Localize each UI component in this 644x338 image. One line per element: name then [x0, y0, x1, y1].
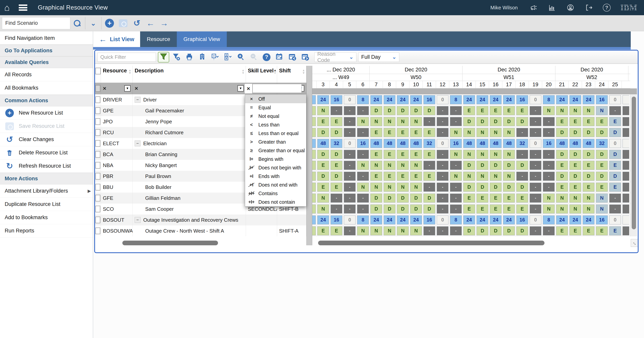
splitter-handle[interactable] — [306, 66, 312, 245]
schedule-cell[interactable]: - — [344, 172, 356, 181]
schedule-cell[interactable]: 48 — [410, 139, 422, 148]
row-checkbox[interactable] — [96, 118, 100, 125]
quick-filter-input[interactable] — [98, 53, 156, 62]
schedule-cell[interactable]: D — [490, 117, 502, 126]
schedule-cell[interactable]: - — [543, 117, 554, 126]
schedule-cell[interactable]: N — [476, 128, 488, 137]
schedule-cell[interactable]: 24 — [476, 95, 488, 104]
collapse-rows-button[interactable] — [210, 52, 221, 62]
schedule-cell[interactable]: N — [596, 194, 608, 202]
schedule-cell[interactable]: D — [516, 161, 528, 170]
schedule-cell[interactable]: 16 — [543, 139, 554, 148]
schedule-cell[interactable]: D — [556, 150, 568, 159]
schedule-cell[interactable]: D — [583, 128, 594, 137]
schedule-cell[interactable]: - — [424, 226, 435, 235]
schedule-cell[interactable]: D — [463, 226, 475, 235]
schedule-cell[interactable]: - — [450, 106, 462, 115]
schedule-cell[interactable]: - — [450, 226, 462, 235]
schedule-cell[interactable]: 16 — [516, 216, 528, 224]
collapse-group-icon[interactable]: − — [135, 217, 140, 223]
schedule-cell[interactable]: N — [410, 226, 422, 235]
filter-menu-item[interactable]: =Equal — [245, 103, 306, 112]
schedule-cell[interactable]: D — [476, 226, 488, 235]
schedule-cell[interactable]: 48 — [570, 139, 581, 148]
schedule-cell[interactable]: - — [344, 117, 356, 126]
sidebar-section-header[interactable]: More Actions — [0, 173, 93, 184]
schedule-horizontal-scrollbar[interactable] — [318, 240, 544, 245]
schedule-cell[interactable]: E — [330, 161, 342, 170]
schedule-cell[interactable]: 48 — [463, 139, 475, 148]
schedule-cell[interactable]: E — [317, 226, 329, 235]
schedule-cell[interactable]: D — [384, 204, 396, 214]
schedule-cell[interactable]: N — [370, 117, 382, 126]
schedule-cell[interactable]: N — [397, 183, 409, 192]
schedule-cell[interactable]: N — [583, 204, 594, 214]
schedule-cell[interactable]: E — [397, 150, 409, 159]
schedule-cell[interactable]: D — [556, 128, 568, 137]
schedule-cell[interactable]: D — [410, 106, 422, 115]
filter-menu-item[interactable]: +I+Does not contain — [245, 198, 306, 206]
schedule-cell[interactable]: D — [463, 161, 475, 170]
schedule-cell[interactable]: 0 — [344, 95, 356, 104]
schedule-cell[interactable]: - — [516, 150, 528, 159]
sidebar-item[interactable]: ↺Clear Changes — [0, 133, 93, 146]
schedule-cell[interactable]: - — [543, 128, 554, 137]
schedule-cell[interactable]: 24 — [463, 216, 475, 224]
schedule-cell[interactable]: D — [384, 194, 396, 202]
schedule-cell[interactable]: E — [410, 172, 422, 181]
schedule-cell[interactable]: E — [556, 117, 568, 126]
skill-filter-clear-button[interactable]: × — [244, 84, 252, 94]
schedule-cell[interactable]: - — [437, 161, 448, 170]
schedule-cell[interactable]: E — [583, 183, 594, 192]
schedule-cell[interactable]: E — [583, 226, 594, 235]
schedule-cell[interactable]: N — [397, 117, 409, 126]
schedule-cell[interactable]: 0 — [609, 139, 621, 148]
schedule-cell[interactable]: E — [516, 106, 528, 115]
schedule-cell[interactable]: N — [543, 106, 554, 115]
column-header-resource[interactable]: Resource▲▼ — [101, 66, 133, 82]
schedule-cell[interactable]: N — [370, 161, 382, 170]
sidebar-section-header[interactable]: Available Queries — [0, 56, 93, 68]
schedule-cell[interactable]: D — [570, 172, 581, 181]
schedule-cell[interactable]: N — [397, 161, 409, 170]
schedule-cell[interactable]: D — [596, 172, 608, 181]
schedule-cell[interactable]: 0 — [344, 139, 356, 148]
schedule-cell[interactable]: - — [344, 161, 356, 170]
schedule-cell[interactable]: 48 — [384, 139, 396, 148]
schedule-cell[interactable]: 24 — [397, 216, 409, 224]
schedule-cell[interactable]: - — [450, 204, 462, 214]
schedule-cell[interactable]: N — [476, 150, 488, 159]
filter-menu-item[interactable]: ≥Greater than or equal — [245, 146, 306, 155]
schedule-cell[interactable]: D — [370, 204, 382, 214]
schedule-cell[interactable]: N — [463, 128, 475, 137]
schedule-cell[interactable]: E — [609, 226, 621, 235]
schedule-cell[interactable]: N — [490, 150, 502, 159]
schedule-cell[interactable]: 48 — [370, 139, 382, 148]
row-checkbox[interactable] — [96, 151, 100, 158]
schedule-cell[interactable]: E — [410, 150, 422, 159]
zoom-in-button[interactable] — [235, 52, 246, 62]
schedule-cell[interactable]: 16 — [516, 95, 528, 104]
schedule-cell[interactable]: 24 — [384, 95, 396, 104]
calendar-next-button[interactable] — [300, 52, 311, 62]
schedule-cell[interactable]: E — [596, 117, 608, 126]
schedule-cell[interactable]: 24 — [370, 216, 382, 224]
select-all-checkbox[interactable] — [96, 68, 101, 74]
row-checkbox[interactable] — [96, 228, 100, 234]
schedule-cell[interactable]: E — [596, 161, 608, 170]
schedule-cell[interactable]: E — [330, 117, 342, 126]
sidebar-section-header[interactable]: Common Actions — [0, 95, 93, 106]
schedule-cell[interactable]: D — [503, 226, 515, 235]
schedule-cell[interactable]: E — [384, 128, 396, 137]
schedule-cell[interactable]: 16 — [357, 139, 369, 148]
schedule-cell[interactable]: - — [330, 194, 342, 202]
schedule-cell[interactable]: N — [556, 204, 568, 214]
schedule-cell[interactable]: D — [330, 128, 342, 137]
sidebar-item[interactable]: Delete Resource List — [0, 146, 93, 160]
schedule-cell[interactable]: - — [437, 128, 448, 137]
schedule-cell[interactable]: D — [424, 106, 435, 115]
schedule-cell[interactable]: D — [609, 172, 621, 181]
find-scenario-input[interactable] — [2, 17, 70, 29]
schedule-cell[interactable]: - — [543, 150, 554, 159]
schedule-cell[interactable]: 48 — [556, 139, 568, 148]
